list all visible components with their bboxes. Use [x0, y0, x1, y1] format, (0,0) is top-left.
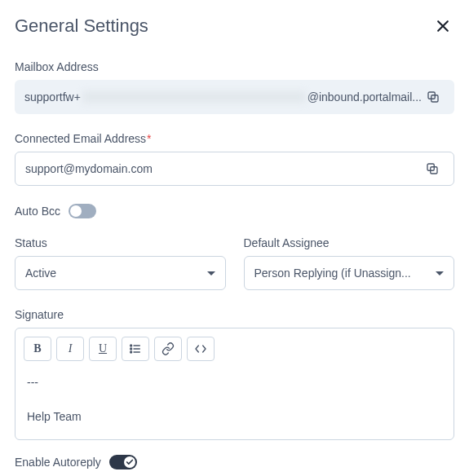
- close-icon: [435, 18, 451, 34]
- italic-button[interactable]: I: [56, 337, 84, 361]
- svg-point-6: [131, 345, 132, 346]
- mailbox-address-prefix: supportfw+: [24, 90, 81, 104]
- close-button[interactable]: [431, 15, 454, 37]
- chevron-down-icon: [436, 271, 444, 275]
- copy-mailbox-button[interactable]: [422, 90, 445, 104]
- connected-email-label: Connected Email Address*: [15, 132, 454, 145]
- auto-bcc-label: Auto Bcc: [15, 205, 60, 218]
- svg-point-10: [131, 351, 132, 353]
- signature-textarea[interactable]: --- Help Team: [15, 366, 454, 439]
- default-assignee-select[interactable]: Person Replying (if Unassign...: [244, 256, 455, 290]
- check-icon: [126, 458, 134, 466]
- signature-editor: B I U --- Help Team: [15, 328, 454, 440]
- default-assignee-value: Person Replying (if Unassign...: [254, 267, 411, 280]
- autoreply-label: Enable Autoreply: [15, 456, 101, 469]
- code-button[interactable]: [187, 337, 215, 361]
- chevron-down-icon: [207, 271, 215, 275]
- toggle-knob: [70, 205, 82, 217]
- italic-icon: I: [69, 342, 73, 355]
- mailbox-address-suffix: @inbound.portalmail...: [308, 90, 422, 104]
- code-icon: [194, 342, 207, 355]
- default-assignee-label: Default Assignee: [244, 236, 455, 249]
- connected-email-field[interactable]: [15, 152, 454, 186]
- signature-body: Help Team: [27, 410, 442, 423]
- page-title: General Settings: [15, 15, 148, 37]
- editor-toolbar: B I U: [15, 328, 454, 366]
- list-icon: [129, 342, 142, 355]
- toggle-knob: [124, 456, 135, 468]
- bold-icon: B: [33, 342, 41, 355]
- auto-bcc-toggle[interactable]: [69, 204, 96, 218]
- link-icon: [161, 342, 175, 355]
- mailbox-address-label: Mailbox Address: [15, 60, 454, 73]
- underline-button[interactable]: U: [89, 337, 117, 361]
- mailbox-address-redacted: [82, 91, 306, 103]
- status-value: Active: [25, 267, 56, 280]
- link-button[interactable]: [154, 337, 182, 361]
- signature-divider: ---: [27, 376, 442, 389]
- connected-email-input[interactable]: [25, 162, 421, 175]
- copy-connected-email-button[interactable]: [421, 161, 444, 176]
- mailbox-address-field: supportfw+ @inbound.portalmail...: [15, 80, 454, 114]
- signature-label: Signature: [15, 308, 454, 321]
- copy-icon: [426, 90, 440, 104]
- status-label: Status: [15, 236, 226, 249]
- autoreply-toggle[interactable]: [109, 455, 137, 469]
- svg-point-8: [131, 348, 132, 350]
- list-button[interactable]: [122, 337, 149, 361]
- status-select[interactable]: Active: [15, 256, 226, 290]
- underline-icon: U: [99, 342, 107, 355]
- bold-button[interactable]: B: [24, 337, 51, 361]
- required-mark: *: [147, 132, 151, 145]
- copy-icon: [425, 161, 440, 176]
